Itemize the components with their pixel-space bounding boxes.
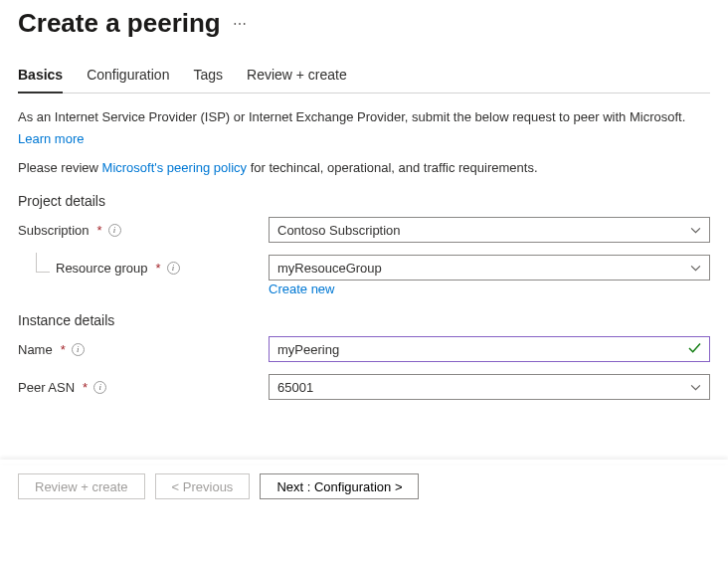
learn-more-link[interactable]: Learn more <box>18 131 84 146</box>
required-asterisk: * <box>61 342 66 357</box>
subscription-select[interactable]: Contoso Subscription <box>269 217 710 243</box>
intro-text: As an Internet Service Provider (ISP) or… <box>18 107 710 127</box>
subscription-label: Subscription <box>18 223 90 238</box>
tab-bar: Basics Configuration Tags Review + creat… <box>18 59 710 94</box>
tab-configuration[interactable]: Configuration <box>87 59 169 93</box>
required-asterisk: * <box>156 261 161 276</box>
chevron-down-icon <box>690 380 701 395</box>
tab-tags[interactable]: Tags <box>193 59 223 93</box>
chevron-down-icon <box>690 223 701 238</box>
info-icon[interactable]: i <box>167 262 180 275</box>
peering-policy-link[interactable]: Microsoft's peering policy <box>102 160 248 175</box>
name-value: myPeering <box>277 342 339 357</box>
review-create-button: Review + create <box>18 473 145 499</box>
tree-connector <box>36 253 50 273</box>
tab-basics[interactable]: Basics <box>18 59 63 93</box>
page-title: Create a peering <box>18 8 221 39</box>
project-details-heading: Project details <box>18 193 710 209</box>
resource-group-select[interactable]: myResouceGroup <box>269 255 710 281</box>
peer-asn-label: Peer ASN <box>18 380 75 395</box>
create-new-link[interactable]: Create new <box>269 282 334 296</box>
info-icon[interactable]: i <box>93 381 106 394</box>
policy-suffix: for techincal, operational, and traffic … <box>247 160 537 175</box>
peer-asn-select[interactable]: 65001 <box>269 374 710 400</box>
peer-asn-value: 65001 <box>277 380 313 395</box>
name-label: Name <box>18 342 53 357</box>
instance-details-heading: Instance details <box>18 312 710 328</box>
tab-review-create[interactable]: Review + create <box>247 59 347 93</box>
policy-text: Please review Microsoft's peering policy… <box>18 158 710 178</box>
policy-prefix: Please review <box>18 160 102 175</box>
resource-group-label: Resource group <box>56 261 148 276</box>
info-icon[interactable]: i <box>108 224 121 237</box>
check-icon <box>688 342 701 357</box>
required-asterisk: * <box>97 223 102 238</box>
chevron-down-icon <box>690 261 701 276</box>
more-icon[interactable]: ⋯ <box>233 16 248 32</box>
footer-bar: Review + create < Previous Next : Config… <box>18 460 710 499</box>
name-input[interactable]: myPeering <box>269 336 710 362</box>
next-button[interactable]: Next : Configuration > <box>260 473 419 499</box>
previous-button: < Previous <box>155 473 251 499</box>
subscription-value: Contoso Subscription <box>277 223 401 238</box>
info-icon[interactable]: i <box>72 343 85 356</box>
required-asterisk: * <box>83 380 88 395</box>
resource-group-value: myResouceGroup <box>277 261 382 276</box>
